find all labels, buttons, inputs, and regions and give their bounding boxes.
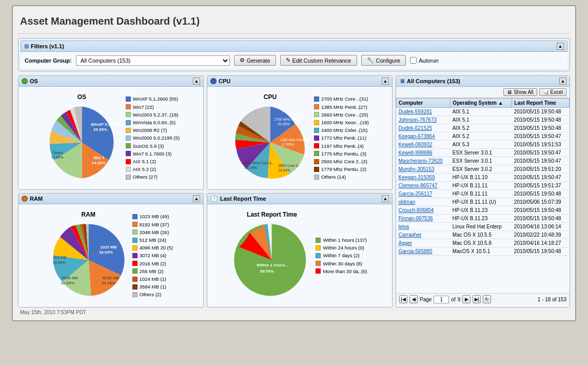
table-row[interactable]: Johnson-767673 AIX 5.1 2010/05/15 19:50:… — [397, 116, 570, 124]
computer-cell[interactable]: Keegan-673864 — [397, 132, 450, 141]
page-prev[interactable]: ◀ — [409, 295, 418, 303]
legend-color — [314, 159, 319, 164]
computer-cell[interactable]: Johnson-767673 — [397, 116, 450, 124]
legend-item: 2700 MHz Core ..(31) — [314, 95, 369, 103]
computer-cell[interactable]: Kewell-998686 — [397, 149, 450, 157]
computer-cell[interactable]: Garcia-565885 — [397, 247, 450, 256]
legend-color — [314, 151, 319, 156]
table-row[interactable]: Finnan-067536 HP-UX B.11.23 2010/05/15 1… — [397, 215, 570, 223]
computer-cell[interactable]: Murphy-305153 — [397, 165, 450, 174]
table-row[interactable]: Keegan-673864 AIX 5.2 2010/05/15 19:50:4… — [397, 132, 570, 141]
os-cell: ESX Server 3.0.2 — [450, 165, 512, 174]
os-cell: Mac OS X 10.5.8 — [450, 239, 512, 247]
table-row[interactable]: Mascherano-72620 ESX Server 3.0.1 2010/0… — [397, 157, 570, 165]
autorun-checkbox[interactable] — [410, 57, 417, 64]
cpu-icon — [210, 78, 217, 84]
computer-cell[interactable]: Agger — [397, 239, 450, 247]
table-row[interactable]: Keegan-315059 HP-UX B.11.10 2010/05/15 1… — [397, 174, 570, 182]
computer-cell[interactable]: Clemens-865747 — [397, 182, 450, 190]
table-row[interactable]: Dudek-621525 AIX 5.2 2010/05/15 19:50:48 — [397, 124, 570, 132]
computer-cell[interactable]: Keegan-315059 — [397, 174, 450, 182]
legend-item: 512 MB (24) — [132, 236, 173, 244]
computer-cell[interactable]: Dudek-621525 — [397, 124, 450, 132]
minimize-os[interactable]: ▲ — [193, 78, 200, 85]
table-row[interactable]: leiva Linux Red Hat Enterp 2010/04/16 13… — [397, 223, 570, 231]
computer-cell[interactable]: Finnan-067536 — [397, 215, 450, 223]
minimize-cpu[interactable]: ▲ — [382, 78, 389, 85]
table-row[interactable]: Dudek-559281 AIX 5.1 2010/05/15 19:50:48 — [397, 108, 570, 116]
col-os[interactable]: Operating System ▲ — [450, 99, 512, 108]
page-first[interactable]: |◀ — [399, 295, 407, 303]
all-computers-title: All Computers (153) — [407, 78, 460, 84]
computer-cell[interactable]: Kewell-060932 — [397, 141, 450, 149]
legend-label: AIX 5.1 (2) — [133, 158, 156, 165]
computer-cell[interactable]: Crouch-806804 — [397, 206, 450, 215]
legend-label: 2660 MHz Core ..(25) — [321, 111, 368, 119]
os-cell: AIX 5.1 — [450, 116, 512, 124]
generate-button[interactable]: ⚙ Generate — [234, 55, 276, 66]
legend-item: Within 30 days (8) — [316, 260, 367, 267]
last-report-pie-svg: Within 1 hours .. 89.54% — [232, 220, 311, 300]
excel-button[interactable]: 📊 Excel — [539, 88, 566, 96]
svg-text:WinXP 5.1.2600: WinXP 5.1.2600 — [91, 122, 121, 127]
table-row[interactable]: Agger Mac OS X 10.5.8 2010/04/16 14:18:2… — [397, 239, 570, 247]
col-computer[interactable]: Computer — [397, 99, 450, 108]
legend-label: 1772 Mhz Penti..(11) — [321, 134, 366, 142]
minimize-last-report[interactable]: ▲ — [382, 195, 389, 202]
table-row[interactable]: oldman HP-UX B.11.11 (U) 2010/05/06 15:0… — [397, 198, 570, 206]
legend-label: 3072 MB (4) — [140, 252, 166, 259]
computer-cell[interactable]: Dudek-559281 — [397, 108, 450, 116]
legend-label: Within 1 hours (137) — [323, 236, 367, 244]
legend-item: 1775 Mhz Pentiu..(3) — [314, 150, 369, 158]
configure-button[interactable]: 🔧 Configure — [361, 55, 406, 66]
filter-icon: ⊞ — [24, 43, 29, 50]
computer-cell[interactable]: Mascherano-72620 — [397, 157, 450, 165]
computer-cell[interactable]: leiva — [397, 223, 450, 231]
os-pie: OS — [42, 93, 122, 183]
page-input[interactable] — [434, 296, 449, 303]
legend-item: 8192 MB (37) — [132, 221, 173, 228]
minimize-filters[interactable]: ▲ — [557, 43, 564, 50]
time-cell: 2010/05/15 19:51:20 — [512, 165, 570, 174]
legend-label: Others (27) — [133, 173, 158, 181]
os-chart-body: OS — [18, 87, 203, 189]
os-legend: WinXP 5.1.2600 (55)Win7 (22)Win2003 5.2.… — [126, 95, 180, 181]
legend-color — [132, 268, 138, 274]
page-next[interactable]: ▶ — [462, 295, 471, 303]
computer-group-select[interactable]: All Computers (153) — [76, 55, 230, 66]
svg-text:17.65%: 17.65% — [51, 156, 64, 159]
legend-item: 2016 MB (2) — [132, 260, 173, 267]
table-row[interactable]: Garcia-565885 MacOS X 10.5.1 2010/05/15 … — [397, 247, 570, 256]
cpu-pie: CPU — [230, 93, 310, 183]
computer-cell[interactable]: oldman — [397, 198, 450, 206]
legend-color — [126, 151, 131, 156]
table-row[interactable]: Kewell-998686 ESX Server 3.0.1 2010/05/1… — [397, 149, 570, 157]
computer-cell[interactable]: Carragher — [397, 231, 450, 239]
show-all-button[interactable]: 🖥 Show All — [503, 88, 537, 96]
os-cell: HP-UX B.11.11 — [450, 182, 512, 190]
legend-color — [126, 97, 131, 102]
table-scroll[interactable]: Computer Operating System ▲ Last Report … — [396, 98, 570, 293]
last-report-title: Last Report Time — [220, 196, 266, 202]
os-panel: OS ▲ OS — [18, 75, 204, 190]
filters-content: Computer Group: All Computers (153) ⚙ Ge… — [21, 52, 567, 69]
page-refresh[interactable]: ↻ — [483, 295, 491, 303]
last-report-panel: 🕐 Last Report Time ▲ Last Report Time — [207, 193, 393, 307]
table-row[interactable]: Kewell-060932 AIX 5.3 2010/05/15 19:51:5… — [397, 141, 570, 149]
edit-relevance-button[interactable]: ✎ Edit Custom Relevance — [280, 55, 357, 66]
table-row[interactable]: Murphy-305153 ESX Server 3.0.2 2010/05/1… — [397, 165, 570, 174]
table-row[interactable]: Garcia-256117 HP-UX B.11.11 2010/05/15 1… — [397, 190, 570, 198]
table-row[interactable]: Carragher Mac OS X 10.5.5 2010/02/22 10:… — [397, 231, 570, 239]
cpu-panel-title: CPU — [219, 78, 230, 84]
minimize-ram[interactable]: ▲ — [193, 195, 200, 202]
page-last[interactable]: ▶| — [473, 295, 481, 303]
table-row[interactable]: Crouch-806804 HP-UX B.11.23 2010/05/15 1… — [397, 206, 570, 215]
col-time[interactable]: Last Report Time — [512, 99, 570, 108]
legend-label: 2016 MB (2) — [140, 260, 166, 267]
legend-color — [126, 120, 131, 125]
table-row[interactable]: Clemens-865747 HP-UX B.11.11 2010/05/15 … — [397, 182, 570, 190]
minimize-computers[interactable]: ▲ — [559, 78, 566, 85]
legend-item: Win7 (22) — [126, 103, 180, 111]
legend-color — [132, 277, 138, 282]
computer-cell[interactable]: Garcia-256117 — [397, 190, 450, 198]
